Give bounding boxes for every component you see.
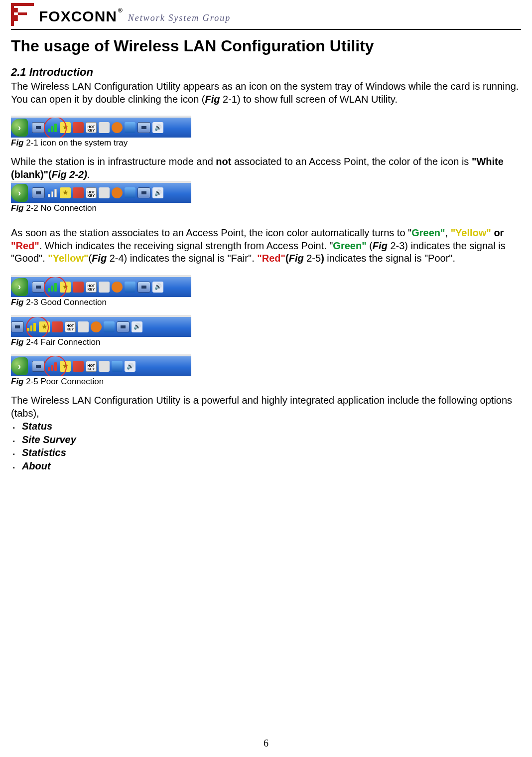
list-item: Statistics: [13, 447, 521, 459]
net-icon: [112, 361, 123, 372]
foxconn-logo-icon: [11, 3, 34, 26]
figure-2-5: › ★ HOT KEY: [11, 354, 191, 376]
speaker-icon: [152, 187, 163, 198]
figure-2-3: › ★ HOT KEY: [11, 275, 191, 297]
grid-icon: [99, 187, 110, 198]
list-item: About: [13, 460, 521, 473]
text: 2-5: [304, 253, 321, 264]
brand-name: FOXCONN ®: [39, 7, 123, 26]
figure-2-4-caption: Fig 2-4 Fair Connection: [11, 337, 521, 348]
list-item: Site Survey: [13, 434, 521, 447]
hotkey-icon: HOT KEY: [86, 282, 97, 293]
hotkey-icon: HOT KEY: [65, 321, 76, 332]
red-text: "Red": [11, 240, 39, 251]
star-icon: ★: [60, 187, 71, 198]
star-icon: ★: [39, 321, 50, 332]
diag-icon: [73, 361, 84, 372]
speaker-icon: [152, 122, 163, 133]
fox-icon: [112, 187, 123, 198]
system-tray: › ★ HOT KEY: [11, 181, 191, 203]
wlan-signal-icon: [26, 321, 37, 332]
green-text: Green": [333, 240, 366, 251]
brand-name-text: FOXCONN: [39, 7, 117, 26]
start-button-icon: ›: [11, 357, 28, 375]
bold-text: or: [491, 227, 504, 238]
speaker-icon: [125, 361, 135, 372]
para-no-connection: While the station is in infrastructure m…: [11, 155, 521, 181]
text: .: [87, 169, 90, 180]
display-icon: [137, 282, 150, 293]
speaker-icon: [152, 282, 163, 293]
fig-ref: Fig: [289, 253, 304, 264]
fox-icon: [112, 122, 123, 133]
list-item: Status: [13, 420, 521, 433]
fig-text: 2-3 Good Connection: [24, 298, 107, 307]
start-button-icon: ›: [11, 278, 28, 296]
net-icon: [125, 187, 135, 198]
star-icon: ★: [60, 361, 71, 372]
fig-ref: Fig 2-2): [52, 169, 87, 180]
wlan-signal-icon: [47, 187, 58, 198]
header-rule: [11, 29, 521, 30]
red-text: "Red": [257, 253, 285, 264]
monitor-icon: [32, 187, 45, 198]
section-heading-2-1: 2.1 Introduction: [11, 65, 521, 79]
fig-label: Fig: [11, 203, 24, 213]
fox-icon: [112, 282, 123, 293]
system-tray: ★ HOT KEY: [11, 315, 191, 337]
net-icon: [104, 321, 115, 332]
monitor-icon: [11, 321, 24, 332]
system-tray: › ★ HOT KEY: [11, 275, 191, 297]
wlan-signal-icon: [47, 361, 58, 372]
fig-label: Fig: [11, 377, 24, 386]
figure-2-1: › ★ HOT KEY: [11, 116, 191, 138]
bold-text: not: [216, 156, 231, 167]
monitor-icon: [32, 282, 45, 293]
figure-2-3-caption: Fig 2-3 Good Connection: [11, 297, 521, 308]
tab-label: Status: [22, 420, 52, 433]
intro-paragraph: The Wireless LAN Configuration Utility a…: [11, 80, 521, 106]
display-icon: [117, 321, 130, 332]
registered-icon: ®: [118, 7, 123, 14]
hotkey-icon: HOT KEY: [86, 187, 97, 198]
fox-icon: [91, 321, 102, 332]
brand-subtitle: Network System Group: [128, 12, 231, 26]
para-tabs-intro: The Wireless LAN Configuration Utility i…: [11, 394, 521, 420]
speaker-icon: [132, 321, 142, 332]
hotkey-icon: HOT KEY: [86, 361, 97, 372]
start-button-icon: ›: [11, 184, 28, 202]
tab-label: Statistics: [22, 447, 66, 459]
grid-icon: [99, 282, 110, 293]
yellow-text: "Yellow": [48, 253, 88, 264]
fig-text: 2-2 No Connection: [24, 203, 97, 213]
net-icon: [125, 122, 135, 133]
bold-text: (: [48, 169, 52, 180]
text: 2-1) to show full screen of WLAN Utility…: [220, 94, 398, 105]
fig-text: 2-1 icon on the system tray: [24, 138, 128, 148]
yellow-text: "Yellow": [451, 227, 491, 238]
grid-icon: [99, 361, 110, 372]
page-number: 6: [264, 737, 268, 750]
brand-header: FOXCONN ® Network System Group: [11, 0, 521, 27]
text: (: [367, 240, 373, 251]
diag-icon: [52, 321, 63, 332]
fig-label: Fig: [11, 298, 24, 307]
text: As soon as the station associates to an …: [11, 227, 411, 238]
text: While the station is in infrastructure m…: [11, 156, 216, 167]
figure-2-1-caption: Fig 2-1 icon on the system tray: [11, 138, 521, 149]
system-tray: › ★ HOT KEY: [11, 354, 191, 376]
tabs-list: Status Site Survey Statistics About: [11, 420, 521, 472]
net-icon: [125, 282, 135, 293]
tab-label: About: [22, 460, 51, 473]
diag-icon: [73, 187, 84, 198]
start-button-icon: ›: [11, 119, 28, 137]
grid-icon: [99, 122, 110, 133]
fig-label: Fig: [11, 337, 24, 347]
text: ,: [445, 227, 451, 238]
tab-label: Site Survey: [22, 434, 76, 447]
fig-ref: Fig: [92, 253, 107, 264]
text: . Which indicates the receiving signal s…: [39, 240, 333, 251]
diag-icon: [73, 282, 84, 293]
fig-ref: Fig: [373, 240, 388, 251]
green-text: Green": [411, 227, 445, 238]
